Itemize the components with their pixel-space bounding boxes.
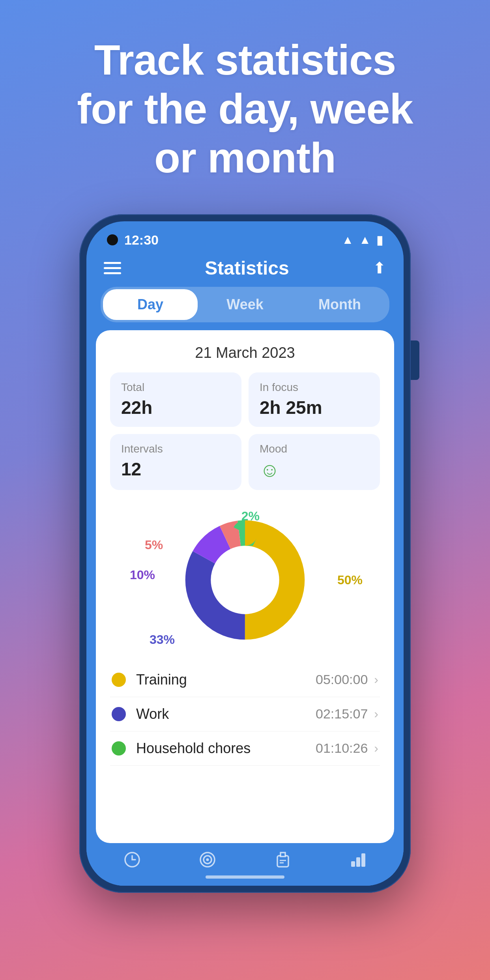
nav-timer[interactable]: [122, 849, 142, 870]
stats-grid: Total 22h In focus 2h 25m Intervals 12 M…: [110, 372, 380, 490]
svg-rect-7: [361, 853, 365, 867]
legend-list: Training 05:00:00 › Work 02:15:07 › Hous…: [110, 663, 380, 832]
share-button[interactable]: ⬆: [373, 259, 386, 277]
pct-household: 10%: [130, 568, 155, 582]
svg-rect-5: [351, 861, 355, 867]
legend-item-training[interactable]: Training 05:00:00 ›: [110, 663, 380, 697]
stat-mood: Mood ☺: [249, 434, 380, 490]
donut-hole: [211, 546, 279, 613]
hero-heading: Track statistics for the day, week or mo…: [45, 36, 444, 183]
legend-time-training: 05:00:00: [316, 672, 368, 687]
clock-icon: [122, 849, 142, 870]
donut-chart: [178, 513, 312, 647]
status-right: ▲ ▲ ▮: [342, 233, 383, 247]
svg-rect-6: [356, 857, 360, 867]
tab-week[interactable]: Week: [198, 289, 292, 320]
legend-name-training: Training: [136, 671, 316, 688]
phone-mockup: 12:30 ▲ ▲ ▮ Statistics ⬆ Day Week Month: [79, 214, 411, 893]
stat-focus: In focus 2h 25m: [249, 372, 380, 427]
legend-name-work: Work: [136, 706, 316, 722]
chevron-icon-training: ›: [374, 672, 378, 687]
pct-other4: 5%: [145, 538, 163, 552]
signal-icon: ▲: [359, 233, 371, 247]
pct-training: 50%: [337, 572, 363, 587]
camera-dot: [107, 234, 118, 245]
svg-point-3: [206, 858, 209, 861]
legend-item-work[interactable]: Work 02:15:07 ›: [110, 697, 380, 731]
home-indicator: [206, 875, 284, 879]
nav-tasks[interactable]: [273, 849, 293, 870]
legend-dot-work: [112, 707, 126, 721]
status-time: 12:30: [124, 232, 159, 248]
legend-item-household[interactable]: Household chores 01:10:26 ›: [110, 731, 380, 766]
tab-month[interactable]: Month: [292, 289, 387, 320]
target-icon: [197, 849, 218, 870]
chevron-icon-household: ›: [374, 741, 378, 756]
pct-work: 33%: [150, 632, 175, 647]
legend-time-work: 02:15:07: [316, 706, 368, 722]
phone-screen: 12:30 ▲ ▲ ▮ Statistics ⬆ Day Week Month: [86, 221, 404, 886]
legend-dot-training: [112, 673, 126, 687]
stat-intervals-value: 12: [121, 458, 230, 480]
legend-name-household: Household chores: [136, 740, 316, 757]
svg-rect-4: [277, 856, 288, 867]
chevron-icon-work: ›: [374, 707, 378, 721]
chart-icon: [348, 849, 368, 870]
bottom-nav: [86, 843, 404, 886]
pct-other5: 2%: [241, 509, 260, 524]
tab-day[interactable]: Day: [103, 289, 198, 320]
stat-total: Total 22h: [110, 372, 241, 427]
stat-focus-value: 2h 25m: [260, 397, 369, 418]
legend-time-household: 01:10:26: [316, 741, 368, 756]
stat-total-value: 22h: [121, 397, 230, 418]
date-label: 21 March 2023: [110, 344, 380, 361]
stat-focus-label: In focus: [260, 381, 369, 394]
main-card: 21 March 2023 Total 22h In focus 2h 25m …: [96, 330, 394, 843]
nav-focus[interactable]: [197, 849, 218, 870]
clipboard-icon: [273, 849, 293, 870]
stat-total-label: Total: [121, 381, 230, 394]
power-button: [411, 340, 419, 380]
legend-dot-household: [112, 741, 126, 756]
wifi-icon: ▲: [342, 233, 354, 247]
page-title: Statistics: [205, 257, 289, 279]
mood-icon: ☺: [260, 458, 369, 481]
battery-icon: ▮: [376, 233, 383, 247]
top-bar: Statistics ⬆: [86, 252, 404, 287]
donut-chart-area: 50% 33% 10% 5% 2%: [110, 505, 380, 655]
stat-intervals-label: Intervals: [121, 443, 230, 455]
tab-bar: Day Week Month: [101, 287, 389, 322]
nav-stats[interactable]: [348, 849, 368, 870]
stat-mood-label: Mood: [260, 443, 369, 455]
menu-button[interactable]: [104, 262, 121, 274]
stat-intervals: Intervals 12: [110, 434, 241, 490]
status-left: 12:30: [107, 232, 159, 248]
status-bar: 12:30 ▲ ▲ ▮: [86, 221, 404, 252]
